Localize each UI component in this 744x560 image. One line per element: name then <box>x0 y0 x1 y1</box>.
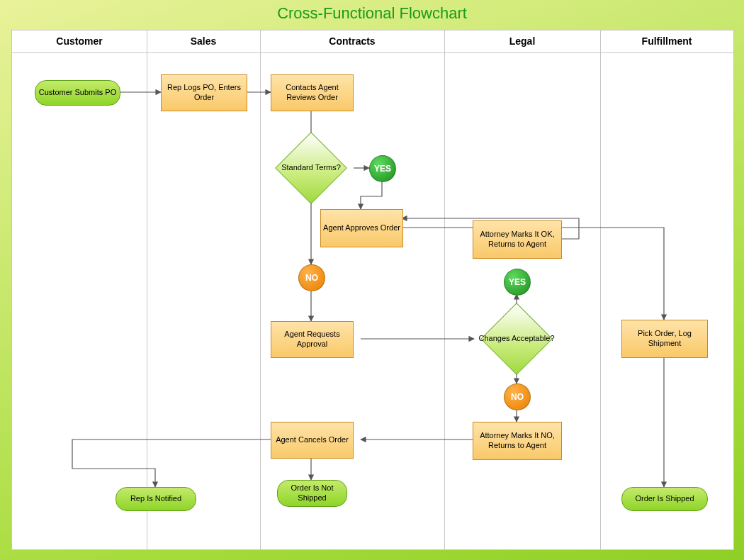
process-agent-reviews-order: Contacts Agent Reviews Order <box>271 74 354 111</box>
lane-header-fulfillment: Fulfillment <box>600 30 733 53</box>
badge-yes-standard-terms: YES <box>369 155 396 182</box>
process-agent-cancels-order: Agent Cancels Order <box>271 422 354 459</box>
page-title: Cross-Functional Flowchart <box>0 4 744 23</box>
lane-header-legal: Legal <box>444 30 601 53</box>
process-agent-approves-order: Agent Approves Order <box>320 209 403 247</box>
badge-yes-changes: YES <box>504 269 531 296</box>
lane-sales <box>147 52 261 549</box>
lane-contracts <box>260 52 445 549</box>
process-pick-order: Pick Order, Log Shipment <box>621 320 708 358</box>
terminator-order-shipped: Order Is Shipped <box>621 487 708 511</box>
process-attorney-ok: Attorney Marks It OK, Returns to Agent <box>473 220 562 259</box>
process-rep-logs-po: Rep Logs PO, Enters Order <box>161 74 247 111</box>
lane-header-contracts: Contracts <box>260 30 445 53</box>
decision-changes-acceptable: Changes Acceptable? <box>474 311 559 366</box>
lane-header-customer: Customer <box>12 30 147 53</box>
flowchart-canvas: Customer Sales Contracts Legal Fulfillme… <box>11 30 734 550</box>
badge-no-changes: NO <box>504 383 531 410</box>
decision-changes-acceptable-label: Changes Acceptable? <box>474 311 559 366</box>
process-agent-requests-approval: Agent Requests Approval <box>271 321 354 358</box>
decision-standard-terms-label: Standard Terms? <box>269 140 354 196</box>
process-attorney-no: Attorney Marks It NO, Returns to Agent <box>473 422 562 460</box>
decision-standard-terms: Standard Terms? <box>269 140 354 196</box>
lane-legal <box>444 52 601 549</box>
terminator-order-not-shipped: Order Is Not Shipped <box>277 480 347 507</box>
lane-header-sales: Sales <box>147 30 261 53</box>
terminator-customer-submits-po: Customer Submits PO <box>35 80 120 106</box>
lane-customer <box>12 52 147 549</box>
lane-fulfillment <box>600 52 733 549</box>
terminator-rep-notified: Rep Is Notified <box>115 487 196 511</box>
badge-no-standard-terms: NO <box>298 264 325 291</box>
